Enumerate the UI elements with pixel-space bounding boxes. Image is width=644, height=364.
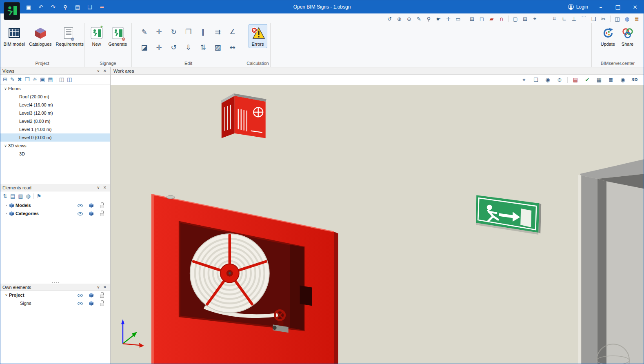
frame-icon[interactable]: ▢ <box>511 15 520 23</box>
cube-icon[interactable] <box>89 203 94 208</box>
tree-item-project[interactable]: ∨ Project <box>0 291 110 299</box>
views-3d-icon[interactable]: 3D <box>631 78 639 82</box>
zoom-extents-icon[interactable]: ⊕ <box>395 15 404 23</box>
window-zoom-icon[interactable]: ⊞ <box>468 15 476 23</box>
cabinet-handle[interactable] <box>300 286 312 306</box>
move-view-icon[interactable]: ✛ <box>444 15 453 23</box>
visibility-icon[interactable]: ◉ <box>544 77 552 83</box>
export-icon[interactable]: ➦ <box>98 4 106 10</box>
save-icon[interactable]: ▣ <box>25 4 32 10</box>
tree-item-floors[interactable]: ∨ Floors <box>0 84 110 93</box>
tree-item-3d[interactable]: 3D <box>0 150 110 158</box>
globe-icon[interactable]: ◍ <box>26 193 31 199</box>
coordinate-system-icon[interactable]: ⌖ <box>520 77 528 83</box>
rotate-point-icon[interactable]: ↺ <box>167 40 181 55</box>
collapse-icon[interactable]: ∨ <box>95 285 102 289</box>
tree-item-level3[interactable]: Level3 (12.00 m) <box>0 109 110 117</box>
duplicate-view-icon[interactable]: ❐ <box>25 76 30 82</box>
corner-icon[interactable]: ∟ <box>560 15 568 23</box>
viewport-3d[interactable] <box>111 85 644 364</box>
clipping-box-icon[interactable]: ❏ <box>532 77 540 83</box>
share-button[interactable]: Share <box>618 24 637 48</box>
full-screen-icon[interactable]: ▭ <box>454 15 462 23</box>
visibility-eye-icon[interactable] <box>78 301 83 306</box>
erase-icon[interactable]: ◪ <box>137 40 152 55</box>
chevron-right-icon[interactable]: › <box>4 203 9 207</box>
maximize-button[interactable]: □ <box>609 0 626 13</box>
render-icon[interactable]: ☼ <box>32 76 37 82</box>
grid-icon[interactable]: ⊞ <box>521 15 529 23</box>
close-icon[interactable]: ✕ <box>102 69 108 73</box>
tree-item-3d-views[interactable]: ∨ 3D views <box>0 142 110 150</box>
generate-signs-button[interactable]: ⚙ Generate <box>107 24 129 48</box>
tree-item-level4[interactable]: Level4 (16.00 m) <box>0 101 110 109</box>
tree-item-signs[interactable]: Signs <box>0 299 110 307</box>
tree-item-level2[interactable]: Level2 (8.00 m) <box>0 117 110 125</box>
undo-icon[interactable]: ↶ <box>37 4 44 10</box>
tree-item-level1[interactable]: Level 1 (4.00 m) <box>0 125 110 133</box>
visibility-eye-icon[interactable] <box>78 293 83 298</box>
arc-icon[interactable]: ⌒ <box>580 15 588 23</box>
cube-icon[interactable] <box>89 301 94 306</box>
dimension-icon[interactable]: ↔ <box>225 40 240 55</box>
close-button[interactable]: × <box>626 0 644 13</box>
delete-view-icon[interactable]: ✖ <box>18 76 22 82</box>
chevron-down-icon[interactable]: ∨ <box>4 293 9 297</box>
list-2-icon[interactable]: ▥ <box>18 193 23 199</box>
window-dashed-icon[interactable]: ◻ <box>477 15 486 23</box>
close-icon[interactable]: ✕ <box>102 185 108 190</box>
measure-icon[interactable]: ∠ <box>225 24 240 40</box>
layers-icon[interactable]: ≣ <box>607 77 615 83</box>
undo-view-icon[interactable]: ↺ <box>385 15 394 23</box>
chevron-down-icon[interactable]: ∨ <box>3 144 8 148</box>
web-icon[interactable]: ◍ <box>623 15 631 23</box>
redo-icon[interactable]: ↷ <box>49 4 57 10</box>
login-button[interactable]: Login <box>568 4 588 10</box>
camera-icon[interactable]: ▣ <box>40 76 45 82</box>
cut-icon[interactable]: ✂ <box>599 15 608 23</box>
fire-hose-reel[interactable] <box>190 234 269 313</box>
catalogues-button[interactable]: Catalogues <box>27 24 53 48</box>
guides-icon[interactable]: ┄ <box>540 15 549 23</box>
new-sign-button[interactable]: ＋ New <box>87 24 106 48</box>
project-icon[interactable]: ⇩ <box>181 40 196 55</box>
rotate-icon[interactable]: ↻ <box>167 24 181 40</box>
extend-icon[interactable]: ⇉ <box>211 24 225 40</box>
tree-item-roof[interactable]: Roof (20.00 m) <box>0 93 110 101</box>
lock-icon[interactable] <box>100 300 104 306</box>
book-2-icon[interactable]: ◫ <box>67 76 72 82</box>
scale-icon[interactable]: ⌗ <box>550 15 559 23</box>
draw-icon[interactable]: ✎ <box>137 24 152 40</box>
edit-view-icon[interactable]: ✎ <box>10 76 15 82</box>
zoom-out-icon[interactable]: ⊖ <box>405 15 413 23</box>
split-icon[interactable]: ∥ <box>196 24 211 40</box>
mark-icon[interactable]: ▰ <box>487 15 496 23</box>
app-logo-icon[interactable] <box>4 2 20 20</box>
bim-model-button[interactable]: BIM model <box>2 24 27 48</box>
chevron-right-icon[interactable]: › <box>4 211 9 215</box>
flip-icon[interactable]: ⇅ <box>196 40 211 55</box>
move-icon[interactable]: ✛ <box>152 24 167 40</box>
perpendicular-icon[interactable]: ⊥ <box>570 15 578 23</box>
hide-icon[interactable]: ◉ <box>619 77 627 83</box>
cube-icon[interactable] <box>89 293 94 298</box>
print-icon[interactable]: ▤ <box>74 4 81 10</box>
lock-icon[interactable] <box>100 202 104 208</box>
copy-icon[interactable]: ❐ <box>181 24 196 40</box>
preview-icon[interactable]: ❏ <box>86 4 93 10</box>
redraw-icon[interactable]: ✎ <box>415 15 423 23</box>
pin-icon[interactable]: ⚑ <box>37 193 42 199</box>
error-report-icon[interactable]: ▤ <box>571 77 580 83</box>
visibility-eye-icon[interactable] <box>78 203 83 208</box>
hatch-icon[interactable]: ▨ <box>211 40 225 55</box>
note-icon[interactable]: ❑ <box>589 15 598 23</box>
cube-icon[interactable] <box>89 211 94 216</box>
lock-icon[interactable] <box>100 211 104 216</box>
fire-hose-sign-object[interactable] <box>221 93 266 138</box>
tree-item-models[interactable]: › Models <box>0 201 110 209</box>
layers-icon[interactable]: ≣ <box>633 15 641 23</box>
tree-item-categories[interactable]: › Categories <box>0 209 110 218</box>
search-icon[interactable]: ⚲ <box>62 4 69 10</box>
pan-icon[interactable]: ☛ <box>434 15 443 23</box>
chevron-down-icon[interactable]: ∨ <box>3 87 8 91</box>
